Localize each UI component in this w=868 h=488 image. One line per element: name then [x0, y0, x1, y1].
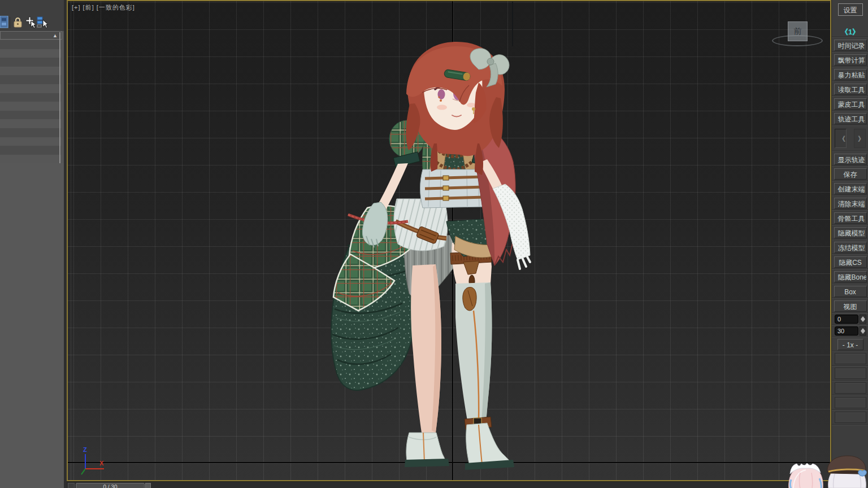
empty-slot [835, 412, 866, 423]
list-row[interactable] [0, 102, 61, 111]
axis-x-label: X [99, 460, 104, 467]
left-panel: ▲ [0, 0, 67, 488]
hide-model-button[interactable]: 隐藏模型 [834, 227, 867, 238]
right-boot[interactable] [465, 417, 514, 470]
time-record-button[interactable]: 时间记录 [834, 40, 867, 51]
viewcube-face-label[interactable]: 前 [794, 27, 802, 36]
script-sidebar: 设置 《1》 时间记录 飘带计算 暴力粘贴 读取工具 蒙皮工具 轨迹工具 《 》… [831, 0, 868, 488]
force-paste-button[interactable]: 暴力粘贴 [834, 69, 867, 80]
time-slider-bar[interactable]: 0 / 30 [67, 481, 831, 488]
list-row[interactable] [0, 155, 61, 164]
list-header[interactable]: ▲ [0, 31, 62, 40]
time-slider-next-arrow[interactable] [145, 483, 151, 488]
hide-bone-button[interactable]: 隐藏Bone [834, 271, 867, 282]
view-start-spinner[interactable]: 0 [835, 315, 858, 324]
list-row[interactable] [0, 119, 61, 128]
settings-button[interactable]: 设置 [838, 3, 863, 16]
lock-icon[interactable] [13, 16, 23, 28]
list-row[interactable] [0, 128, 61, 137]
corset [420, 169, 487, 208]
time-slider-start-cell[interactable] [68, 483, 75, 488]
view-button[interactable]: 视图 [834, 300, 867, 312]
trajectory-tool-button[interactable]: 轨迹工具 [834, 113, 867, 124]
axis-z-label: Z [83, 446, 87, 453]
character-model[interactable] [68, 1, 831, 481]
page-indicator: 《1》 [832, 27, 868, 37]
right-leg[interactable] [450, 242, 514, 470]
left-toolbar [0, 0, 67, 31]
freeze-model-button[interactable]: 冻结模型 [834, 242, 867, 253]
active-tool-icon[interactable] [0, 16, 8, 28]
view-end-spinner[interactable]: 30 [835, 326, 858, 336]
create-end-button[interactable]: 创建末端 [834, 183, 867, 194]
list-scrollbar[interactable] [59, 32, 60, 163]
object-list [0, 40, 61, 163]
page-prev-button[interactable]: 《 [835, 129, 847, 148]
list-row[interactable] [0, 84, 61, 93]
bone-tool-button[interactable]: 骨骼工具 [834, 212, 867, 224]
viewport-front[interactable]: [+] [前] [一致的色彩] 前 Z X [67, 0, 831, 481]
ribbon-calc-button[interactable]: 飘带计算 [834, 54, 867, 66]
save-button[interactable]: 保存 [834, 168, 867, 180]
skin-tool-button[interactable]: 蒙皮工具 [834, 98, 867, 110]
mascot-beret[interactable] [826, 455, 868, 488]
read-tool-button[interactable]: 读取工具 [834, 84, 867, 95]
add-selection-icon[interactable] [24, 15, 37, 29]
view-start-spinner-arrows[interactable] [860, 315, 866, 324]
empty-slot [835, 397, 866, 408]
mascot-maid[interactable] [785, 460, 826, 488]
viewcube-compass-ring[interactable] [772, 35, 823, 46]
left-leg[interactable] [405, 264, 449, 467]
list-row[interactable] [0, 58, 61, 67]
list-row[interactable] [0, 75, 61, 84]
list-row[interactable] [0, 67, 61, 76]
toolbar-divider [10, 17, 10, 28]
view-end-spinner-arrows[interactable] [860, 326, 866, 336]
empty-slot [835, 368, 866, 379]
list-row[interactable] [0, 93, 61, 102]
select-by-name-icon[interactable] [37, 16, 49, 29]
empty-slot [835, 382, 866, 394]
left-panel-body [0, 163, 64, 488]
empty-slot [835, 353, 866, 364]
axis-gizmo: Z X [79, 445, 115, 481]
application-window: ▲ [0, 0, 868, 488]
earring [472, 107, 475, 111]
right-stocking [455, 282, 492, 423]
hide-cs-button[interactable]: 隐藏CS [834, 256, 867, 268]
page-next-button[interactable]: 》 [854, 129, 866, 148]
sort-indicator-icon[interactable]: ▲ [53, 32, 58, 39]
speed-1x-button[interactable]: - 1x - [837, 339, 863, 350]
time-slider-handle[interactable]: 0 / 30 [76, 483, 145, 488]
list-row[interactable] [0, 137, 61, 146]
list-row[interactable] [0, 40, 61, 49]
list-row[interactable] [0, 111, 61, 120]
list-row[interactable] [0, 49, 61, 58]
show-trajectory-button[interactable]: 显示轨迹 [834, 154, 867, 165]
box-button[interactable]: Box [834, 286, 867, 297]
list-row[interactable] [0, 146, 61, 155]
beret-bow [858, 470, 867, 476]
left-boot[interactable] [405, 433, 449, 467]
viewport-label[interactable]: [+] [前] [一致的色彩] [72, 3, 135, 12]
clear-end-button[interactable]: 清除末端 [834, 198, 867, 209]
